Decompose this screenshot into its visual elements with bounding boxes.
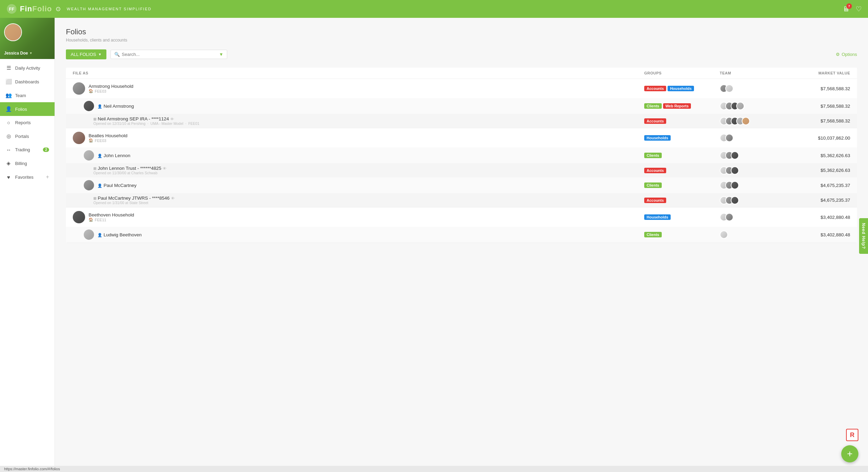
- sidebar-item-trading[interactable]: ↔ Trading 2: [0, 143, 55, 156]
- team-cell: [720, 213, 788, 221]
- client-row-paul-mccartney[interactable]: 👤 Paul McCartney Clients: [66, 177, 857, 193]
- team-avatars: [720, 102, 744, 110]
- account-row-paul-mccartney-jtwrs[interactable]: ⊞ Paul McCartney JTWRS - ****8546 👁 Open…: [66, 193, 857, 207]
- sidebar-item-folios[interactable]: 👤 Folios: [0, 102, 55, 116]
- household-row-beethoven[interactable]: Beethoven Household 🏠 FEE11 Households: [66, 208, 857, 227]
- file-as-cell: ⊞ John Lennon Trust - ******4825 👁 Opene…: [93, 166, 644, 175]
- tag-clients: Clients: [644, 182, 662, 188]
- grid-icon: ⊞: [93, 196, 96, 200]
- team-avatars: [720, 84, 733, 93]
- daily-activity-icon: ☰: [5, 65, 12, 71]
- person-icon: 👤: [97, 154, 102, 158]
- tag-clients: Clients: [644, 153, 662, 158]
- team-cell: [720, 84, 788, 93]
- account-details: Opened on 1/31/00 at State Street: [93, 201, 175, 205]
- home-icon: 🏠: [89, 217, 93, 222]
- sidebar-item-team[interactable]: 👥 Team: [0, 88, 55, 102]
- market-value: $7,568,588.32: [788, 86, 850, 91]
- home-icon: 🏠: [89, 89, 93, 93]
- sidebar: Jessica Doe ▼ ☰ Daily Activity ⬜ Dashboa…: [0, 18, 55, 466]
- sidebar-item-portals[interactable]: ◎ Portals: [0, 129, 55, 143]
- fab-add-button[interactable]: +: [841, 445, 858, 462]
- avatar: [84, 180, 94, 190]
- avatar: [84, 229, 94, 240]
- folios-table: FILE AS GROUPS TEAM MARKET VALUE Armstro…: [66, 68, 857, 243]
- sidebar-item-favorites[interactable]: ♥ Favorites +: [0, 170, 55, 184]
- folios-icon: 👤: [5, 106, 12, 112]
- team-cell: [720, 166, 788, 175]
- client-row-ludwig-beethoven[interactable]: 👤 Ludwig Beethoven Clients $3,402,880: [66, 227, 857, 243]
- avatar: [73, 132, 85, 144]
- name-block: Beatles Household 🏠 FEE03: [89, 133, 127, 143]
- sidebar-item-dashboards[interactable]: ⬜ Dashboards: [0, 75, 55, 88]
- col-header-market-value: MARKET VALUE: [788, 71, 850, 75]
- tags-cell: Accounts: [644, 118, 720, 124]
- name-block: 👤 Paul McCartney: [97, 183, 137, 188]
- account-row-john-lennon-trust[interactable]: ⊞ John Lennon Trust - ******4825 👁 Opene…: [66, 163, 857, 177]
- tag-accounts: Accounts: [644, 168, 666, 173]
- team-avatars: [720, 166, 739, 175]
- page-subtitle: Households, clients and accounts: [66, 38, 857, 43]
- household-row-beatles[interactable]: Beatles Household 🏠 FEE03 Households: [66, 128, 857, 148]
- account-row-neil-armstrong-sep[interactable]: ⊞ Neil Armstrong SEP IRA - ****1124 👁 Op…: [66, 114, 857, 128]
- chevron-down-icon: ▼: [29, 51, 32, 55]
- notification-badge: 7: [846, 3, 852, 9]
- r-button[interactable]: R: [846, 429, 858, 441]
- eye-icon[interactable]: 👁: [163, 166, 166, 170]
- avatar: [84, 150, 94, 161]
- team-cell: [720, 117, 788, 125]
- account-name: ⊞ Paul McCartney JTWRS - ****8546 👁: [93, 196, 175, 201]
- all-folios-button[interactable]: ALL FOLIOS ▼: [66, 49, 106, 59]
- eye-icon[interactable]: 👁: [171, 196, 175, 200]
- help-tab[interactable]: Need Help?: [859, 218, 868, 254]
- favorites-icon: ♥: [5, 174, 12, 180]
- account-details: Opened on 11/30/00 at Charles Schwab: [93, 171, 166, 175]
- toolbar: ALL FOLIOS ▼ 🔍 ▼ ⚙ Options: [66, 49, 857, 59]
- tags-cell: Accounts: [644, 198, 720, 203]
- name-block: Beethoven Household 🏠 FEE11: [89, 212, 134, 222]
- billing-icon: ◈: [5, 160, 12, 166]
- client-row-john-lennon[interactable]: 👤 John Lennon Clients: [66, 148, 857, 163]
- team-avatar: [731, 166, 739, 175]
- status-bar: https://master.finfolio.com/#/folios: [0, 466, 868, 472]
- avatar: [73, 211, 85, 223]
- team-avatar: [731, 181, 739, 189]
- trading-badge: 2: [43, 148, 49, 152]
- logo-text: FinFolio: [20, 4, 52, 13]
- add-favorite-icon[interactable]: +: [46, 174, 49, 180]
- notification-icon[interactable]: 🖥 7: [843, 5, 849, 13]
- tags-cell: Clients: [644, 232, 720, 237]
- account-details: Opened on 12/31/10 at Pershing · UMA - M…: [93, 121, 199, 126]
- household-row-armstrong[interactable]: Armstrong Household 🏠 FEE03 Accounts Hou…: [66, 79, 857, 98]
- eye-icon[interactable]: 👁: [170, 117, 174, 121]
- tag-web-reports: Web Reports: [663, 103, 691, 109]
- file-as-cell: ⊞ Neil Armstrong SEP IRA - ****1124 👁 Op…: [93, 116, 644, 126]
- sidebar-item-reports[interactable]: ○ Reports: [0, 116, 55, 129]
- table-row: Beatles Household 🏠 FEE03 Households: [66, 128, 857, 208]
- household-name: Beatles Household: [89, 133, 127, 138]
- favorites-heart-icon[interactable]: ♡: [856, 5, 862, 13]
- options-button[interactable]: ⚙ Options: [836, 52, 857, 57]
- market-value: $4,675,235.37: [788, 183, 850, 188]
- search-input[interactable]: [122, 52, 217, 57]
- sidebar-username[interactable]: Jessica Doe ▼: [4, 51, 32, 56]
- tag-accounts: Accounts: [644, 118, 666, 124]
- household-id: 🏠 FEE03: [89, 138, 127, 143]
- team-avatars: [720, 231, 728, 239]
- file-as-cell: 👤 John Lennon: [84, 150, 644, 161]
- market-value: $5,362,626.63: [788, 168, 850, 173]
- team-avatars: [720, 151, 739, 160]
- tag-clients: Clients: [644, 103, 662, 109]
- sidebar-nav: ☰ Daily Activity ⬜ Dashboards 👥 Team 👤 F…: [0, 59, 55, 186]
- avatar: [84, 101, 94, 111]
- client-row-neil-armstrong[interactable]: 👤 Neil Armstrong Clients Web Reports: [66, 98, 857, 114]
- grid-icon: ⊞: [93, 166, 96, 170]
- sidebar-item-daily-activity[interactable]: ☰ Daily Activity: [0, 61, 55, 75]
- logo-icon: FF: [6, 3, 17, 14]
- market-value: $10,037,862.00: [788, 135, 850, 141]
- filter-icon[interactable]: ▼: [219, 52, 223, 57]
- team-cell: [720, 151, 788, 160]
- sidebar-item-billing[interactable]: ◈ Billing: [0, 156, 55, 170]
- tag-households: Households: [644, 135, 671, 141]
- file-as-cell: 👤 Ludwig Beethoven: [84, 229, 644, 240]
